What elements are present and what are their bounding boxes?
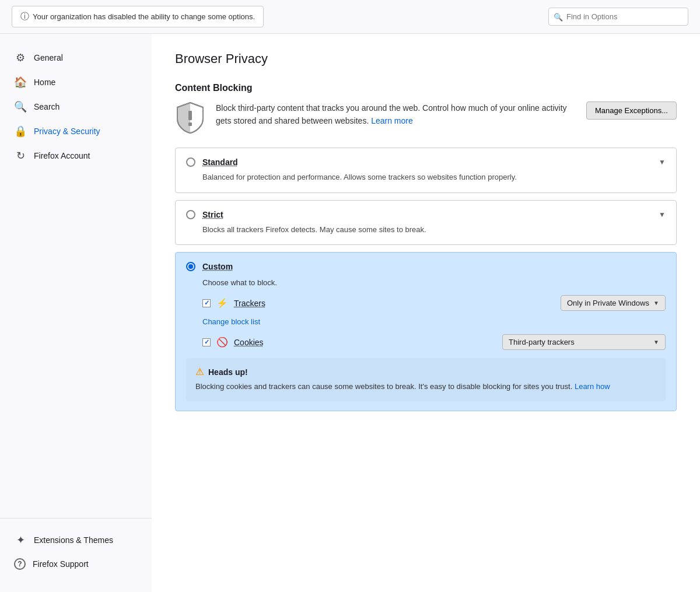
sidebar-label-extensions: Extensions & Themes bbox=[34, 535, 113, 545]
option-card-custom: Custom Choose what to block. ✓ ⚡ Tracker… bbox=[175, 252, 677, 411]
cookies-select-box[interactable]: Third-party trackers ▼ bbox=[502, 334, 666, 350]
content-blocking-title: Content Blocking bbox=[175, 83, 677, 93]
radio-strict[interactable] bbox=[186, 210, 195, 219]
change-block-list-wrap: Change block list bbox=[202, 317, 666, 326]
lock-icon: 🔒 bbox=[14, 125, 27, 138]
trackers-row: ✓ ⚡ Trackers Only in Private Windows ▼ bbox=[202, 295, 666, 311]
find-input-wrap: 🔍 bbox=[548, 8, 688, 26]
heads-up-box: ⚠ Heads up! Blocking cookies and tracker… bbox=[186, 358, 666, 401]
support-icon: ? bbox=[14, 558, 26, 570]
home-icon: 🏠 bbox=[14, 76, 27, 89]
heads-up-text: Blocking cookies and trackers can cause … bbox=[195, 381, 656, 393]
heads-up-title: ⚠ Heads up! bbox=[195, 366, 656, 377]
cookies-select-chevron-icon: ▼ bbox=[653, 339, 659, 345]
page-title: Browser Privacy bbox=[175, 51, 677, 66]
option-header-standard: Standard ▼ bbox=[186, 157, 666, 167]
option-label-standard: Standard bbox=[202, 157, 238, 167]
sidebar-item-privacy[interactable]: 🔒 Privacy & Security bbox=[0, 119, 152, 143]
option-card-standard: Standard ▼ Balanced for protection and p… bbox=[175, 148, 677, 193]
sidebar-label-firefox-account: Firefox Account bbox=[34, 151, 90, 160]
find-search-icon: 🔍 bbox=[554, 12, 563, 21]
radio-standard[interactable] bbox=[186, 157, 195, 167]
option-card-strict: Strict ▼ Blocks all trackers Firefox det… bbox=[175, 200, 677, 246]
option-header-custom: Custom bbox=[186, 262, 666, 271]
change-block-list-link[interactable]: Change block list bbox=[202, 317, 260, 326]
info-icon: ⓘ bbox=[20, 11, 29, 22]
cookies-dropdown[interactable]: Third-party trackers ▼ bbox=[502, 334, 666, 350]
find-in-options-input[interactable] bbox=[548, 8, 688, 26]
main-layout: ⚙ General 🏠 Home 🔍 Search 🔒 Privacy & Se… bbox=[0, 34, 700, 592]
org-notice-text: Your organization has disabled the abili… bbox=[33, 12, 255, 21]
choose-label: Choose what to block. bbox=[202, 278, 666, 287]
chevron-standard-icon: ▼ bbox=[659, 158, 666, 166]
option-label-strict: Strict bbox=[202, 210, 223, 219]
cookies-row: ✓ 🚫 Cookies Third-party trackers ▼ bbox=[202, 334, 666, 350]
org-notice: ⓘ Your organization has disabled the abi… bbox=[12, 6, 264, 27]
trackers-select-chevron-icon: ▼ bbox=[653, 300, 659, 306]
sidebar-item-firefox-account[interactable]: ↻ Firefox Account bbox=[0, 143, 152, 168]
option-header-strict: Strict ▼ bbox=[186, 210, 666, 219]
radio-custom[interactable] bbox=[186, 262, 195, 271]
learn-more-link[interactable]: Learn more bbox=[371, 116, 413, 125]
sidebar-nav: ⚙ General 🏠 Home 🔍 Search 🔒 Privacy & Se… bbox=[0, 45, 152, 518]
trackers-select-box[interactable]: Only in Private Windows ▼ bbox=[561, 295, 666, 311]
trackers-checkbox[interactable]: ✓ bbox=[202, 299, 211, 307]
sidebar-item-general[interactable]: ⚙ General bbox=[0, 45, 152, 70]
option-desc-strict: Blocks all trackers Firefox detects. May… bbox=[202, 224, 666, 236]
learn-how-link[interactable]: Learn how bbox=[575, 382, 610, 391]
cookies-select-value: Third-party trackers bbox=[509, 338, 575, 346]
svg-rect-0 bbox=[188, 111, 192, 120]
sidebar-bottom: ✦ Extensions & Themes ? Firefox Support bbox=[0, 518, 152, 585]
extensions-icon: ✦ bbox=[14, 534, 27, 547]
manage-exceptions-button[interactable]: Manage Exceptions... bbox=[586, 101, 677, 120]
custom-body: Choose what to block. ✓ ⚡ Trackers Only … bbox=[186, 278, 666, 401]
svg-rect-1 bbox=[188, 122, 192, 126]
search-icon: 🔍 bbox=[14, 100, 27, 113]
cookies-icon: 🚫 bbox=[216, 337, 228, 348]
shield-icon bbox=[175, 101, 205, 136]
sidebar-item-home[interactable]: 🏠 Home bbox=[0, 70, 152, 94]
gear-icon: ⚙ bbox=[14, 51, 27, 64]
sidebar-label-general: General bbox=[34, 53, 63, 62]
heads-up-body: Blocking cookies and trackers can cause … bbox=[195, 382, 572, 391]
top-bar: ⓘ Your organization has disabled the abi… bbox=[0, 0, 700, 34]
chevron-strict-icon: ▼ bbox=[659, 211, 666, 219]
sidebar-label-home: Home bbox=[34, 78, 55, 87]
sidebar-item-search[interactable]: 🔍 Search bbox=[0, 94, 152, 119]
sidebar-label-privacy: Privacy & Security bbox=[34, 127, 100, 136]
trackers-dropdown[interactable]: Only in Private Windows ▼ bbox=[561, 295, 666, 311]
trackers-icon: ⚡ bbox=[216, 297, 228, 309]
main-content: Browser Privacy Content Blocking bbox=[152, 34, 700, 592]
cookies-checkbox[interactable]: ✓ bbox=[202, 338, 211, 346]
cookies-label: Cookies bbox=[234, 338, 264, 347]
warning-icon: ⚠ bbox=[195, 366, 204, 377]
content-blocking-text: Block third-party content that tracks yo… bbox=[216, 101, 576, 128]
sidebar-label-search: Search bbox=[34, 102, 60, 111]
option-desc-standard: Balanced for protection and performance.… bbox=[202, 171, 666, 183]
trackers-select-value: Only in Private Windows bbox=[567, 299, 649, 307]
sidebar: ⚙ General 🏠 Home 🔍 Search 🔒 Privacy & Se… bbox=[0, 34, 152, 592]
option-label-custom: Custom bbox=[202, 262, 233, 271]
sync-icon: ↻ bbox=[14, 149, 27, 162]
trackers-label: Trackers bbox=[234, 299, 265, 308]
sidebar-label-support: Firefox Support bbox=[33, 559, 89, 569]
content-blocking-desc: Block third-party content that tracks yo… bbox=[175, 101, 677, 136]
sidebar-item-support[interactable]: ? Firefox Support bbox=[0, 552, 152, 576]
sidebar-item-extensions[interactable]: ✦ Extensions & Themes bbox=[0, 528, 152, 552]
heads-up-title-text: Heads up! bbox=[208, 367, 248, 377]
